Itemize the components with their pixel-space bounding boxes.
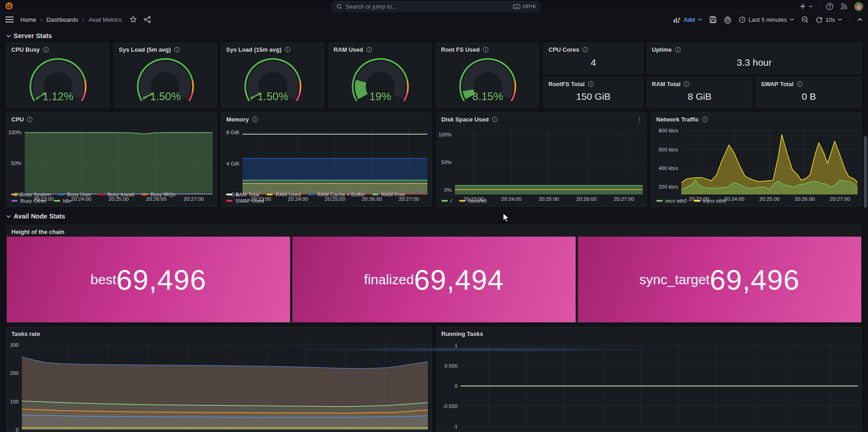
- breadcrumb-dashboards[interactable]: Dashboards: [46, 16, 78, 23]
- legend-item[interactable]: RAM Total: [226, 192, 259, 197]
- disk-chart[interactable]: 20:23:0020:24:0020:25:0020:26:0020:27:00…: [437, 124, 646, 198]
- panel-title[interactable]: Sys Load (5m avg): [119, 46, 171, 53]
- panel-uptime[interactable]: Uptime 3.3 hour: [647, 43, 862, 74]
- add-button[interactable]: Add: [673, 16, 702, 23]
- panel-title[interactable]: RAM Total: [652, 81, 680, 87]
- panel-title[interactable]: Height of the chain: [11, 228, 64, 235]
- gauge: 1.50%: [114, 54, 216, 107]
- info-icon[interactable]: [684, 81, 689, 87]
- panel-sys-load-5m[interactable]: Sys Load (5m avg) 1.50%: [114, 43, 217, 108]
- panel-title[interactable]: Running Tasks: [441, 330, 483, 337]
- stat-sync-target[interactable]: sync_target69,496: [578, 237, 861, 322]
- legend-swatch: [226, 194, 233, 195]
- info-icon[interactable]: [483, 47, 489, 53]
- panel-title[interactable]: CPU: [11, 116, 24, 123]
- panel-memory[interactable]: Memory 20:23:0020:24:0020:25:0020:26:002…: [221, 112, 432, 207]
- save-icon[interactable]: [709, 16, 717, 23]
- running-tasks-chart[interactable]: 10.5000-0.500-1: [437, 339, 862, 432]
- info-icon[interactable]: [797, 81, 803, 87]
- menu-icon[interactable]: [5, 16, 14, 23]
- panel-sys-load-15m[interactable]: Sys Load (15m avg) 1.50%: [221, 43, 324, 108]
- news-icon[interactable]: [840, 3, 848, 10]
- panel-disk-space[interactable]: Disk Space Used ⋮ 20:23:0020:24:0020:25:…: [436, 112, 647, 207]
- stat-best[interactable]: best69,496: [7, 237, 290, 322]
- info-icon[interactable]: [702, 116, 708, 122]
- star-icon[interactable]: [130, 16, 137, 23]
- panel-title[interactable]: CPU Cores: [548, 46, 579, 53]
- legend-item[interactable]: Busy User: [58, 192, 91, 197]
- cpu-chart[interactable]: 20:23:0020:24:0020:25:0020:26:0020:27:00…: [7, 124, 216, 191]
- panel-title[interactable]: Sys Load (15m avg): [226, 46, 281, 53]
- info-icon[interactable]: [366, 47, 372, 53]
- memory-chart[interactable]: 20:23:0020:24:0020:25:0020:26:0020:27:00…: [222, 124, 431, 191]
- info-icon[interactable]: [174, 47, 180, 53]
- legend-item[interactable]: Idle: [54, 198, 72, 204]
- info-icon[interactable]: [675, 47, 681, 53]
- panel-chain-height[interactable]: Height of the chain best69,496 finalized…: [6, 225, 862, 323]
- panel-title[interactable]: Memory: [226, 116, 249, 123]
- panel-root-fs-used[interactable]: Root FS Used 8.15%: [436, 43, 539, 108]
- panel-title[interactable]: SWAP Total: [761, 81, 794, 87]
- tasks-rate-chart[interactable]: 0100200300: [7, 339, 432, 432]
- refresh-picker[interactable]: 10s: [816, 16, 842, 23]
- info-icon[interactable]: [252, 116, 258, 122]
- network-chart[interactable]: 20:23:0020:24:0020:25:0020:26:0020:27:00…: [652, 124, 861, 198]
- breadcrumb-home[interactable]: Home: [20, 16, 36, 23]
- legend-item[interactable]: Busy System: [11, 192, 51, 197]
- legend-item[interactable]: Busy Other: [11, 198, 47, 204]
- legend-item[interactable]: RAM Cache + Buffer: [308, 192, 365, 197]
- panel-network-traffic[interactable]: Network Traffic 20:23:0020:24:0020:25:00…: [651, 112, 862, 207]
- scrollbar-thumb[interactable]: [864, 136, 867, 208]
- help-icon[interactable]: [826, 3, 834, 10]
- stat-value: 150 GiB: [544, 89, 643, 108]
- panel-title[interactable]: Root FS Used: [441, 46, 480, 53]
- user-avatar[interactable]: [854, 2, 863, 11]
- panel-ram-total[interactable]: RAM Total 8 GiB: [647, 77, 752, 108]
- panel-cpu[interactable]: CPU 20:23:0020:24:0020:25:0020:26:0020:2…: [6, 112, 217, 207]
- legend-item[interactable]: Busy IRQs: [141, 192, 175, 197]
- legend-item[interactable]: RAM Free: [372, 192, 405, 197]
- info-icon[interactable]: [582, 47, 588, 53]
- panel-cpu-busy[interactable]: CPU Busy 1.12%: [6, 43, 109, 108]
- legend-item[interactable]: RAM Used: [267, 192, 301, 197]
- add-panel-icon: [673, 16, 681, 23]
- panel-tasks-rate[interactable]: Tasks rate 0100200300: [6, 327, 432, 432]
- settings-gear-icon[interactable]: [724, 16, 732, 24]
- info-icon[interactable]: [588, 81, 594, 87]
- info-icon[interactable]: [43, 47, 49, 53]
- panel-ram-used[interactable]: RAM Used 19%: [329, 43, 432, 108]
- legend-item[interactable]: recv eth0: [656, 198, 687, 204]
- legend-item[interactable]: Busy Iowait: [98, 192, 134, 197]
- panel-running-tasks[interactable]: Running Tasks 10.5000-0.500-1: [436, 327, 862, 432]
- legend-item[interactable]: trans eth0: [694, 198, 726, 204]
- section-server-stats[interactable]: Server Stats: [0, 26, 868, 43]
- share-icon[interactable]: [144, 16, 151, 23]
- panel-title[interactable]: Uptime: [652, 46, 672, 53]
- info-icon[interactable]: [285, 47, 291, 53]
- grafana-dashboard: Search or jump to... ctrl+k Home Dashboa…: [0, 0, 868, 432]
- panel-title[interactable]: Tasks rate: [11, 330, 40, 337]
- zoom-out-icon[interactable]: [801, 16, 809, 23]
- legend-item[interactable]: /boot/efi: [459, 198, 487, 204]
- panel-swap-total[interactable]: SWAP Total 0 B: [756, 77, 862, 108]
- info-icon[interactable]: [27, 116, 33, 122]
- panel-title[interactable]: RootFS Total: [548, 81, 585, 87]
- panel-title[interactable]: Disk Space Used: [441, 116, 489, 123]
- panel-cpu-cores[interactable]: CPU Cores 4: [543, 43, 643, 74]
- stat-finalized[interactable]: finalized69,494: [292, 237, 576, 322]
- collapse-up-icon[interactable]: [857, 18, 863, 21]
- grafana-logo-icon[interactable]: [5, 2, 14, 11]
- panel-title[interactable]: Network Traffic: [656, 116, 699, 123]
- legend-item[interactable]: /: [441, 198, 452, 204]
- legend-item[interactable]: SWAP Used: [226, 198, 264, 204]
- search-input[interactable]: Search or jump to... ctrl+k: [332, 1, 540, 11]
- panel-title[interactable]: RAM Used: [334, 46, 363, 53]
- info-icon[interactable]: [492, 116, 498, 122]
- time-range-picker[interactable]: Last 5 minutes: [739, 16, 794, 23]
- section-avail-node-stats[interactable]: Avail Node Stats: [0, 207, 868, 223]
- panel-rootfs-total[interactable]: RootFS Total 150 GiB: [543, 77, 643, 108]
- panel-menu-icon[interactable]: ⋮: [636, 116, 643, 123]
- y-axis-tick: -0.500: [442, 403, 457, 409]
- panel-title[interactable]: CPU Busy: [11, 46, 40, 53]
- new-button[interactable]: [800, 3, 813, 10]
